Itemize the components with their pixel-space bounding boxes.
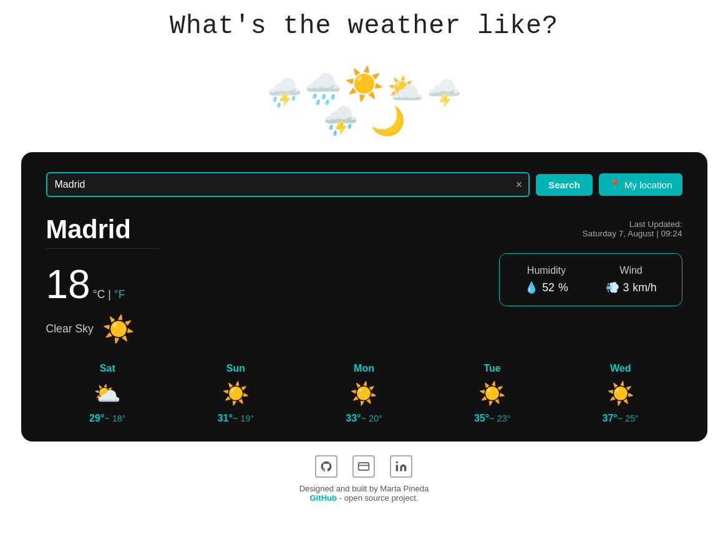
last-updated-date: Saturday 7, August | 09:24 (499, 229, 682, 238)
github-icon[interactable] (315, 455, 337, 478)
unit-sep: | (108, 288, 114, 301)
github-link[interactable]: GitHub (309, 493, 337, 503)
city-name: Madrid (46, 215, 158, 244)
day-low: 18° (112, 413, 126, 423)
forecast-row: Sat ⛅ 29°~ 18° Sun ☀️ 31°~ 19° Mon ☀️ 33… (46, 363, 682, 424)
day-icon: ☀️ (303, 380, 426, 407)
temperature-unit: °C | °F (93, 288, 125, 301)
wind-label: Wind (606, 265, 657, 276)
day-temps: 29°~ 18° (46, 413, 170, 424)
day-label: Sat (46, 363, 170, 374)
left-section: Madrid 18 °C | °F Clear Sky ☀️ (46, 215, 158, 344)
humidity-stat: Humidity 💧 52 % (525, 265, 568, 294)
search-button[interactable]: Search (536, 174, 593, 196)
main-content: Madrid 18 °C | °F Clear Sky ☀️ Last Upda… (46, 215, 682, 344)
forecast-day: Sat ⛅ 29°~ 18° (46, 363, 170, 424)
wind-value-row: 💨 3 km/h (606, 281, 657, 294)
day-low: 19° (240, 413, 254, 423)
page-title: What's the weather like? (170, 11, 558, 41)
forecast-day: Sun ☀️ 31°~ 19° (174, 363, 298, 424)
forecast-day: Tue ☀️ 35°~ 23° (430, 363, 554, 424)
pin-icon: 📍 (609, 179, 621, 190)
footer-description: Designed and built by Marta Pineda GitHu… (299, 484, 429, 503)
day-high: 31° (218, 413, 233, 423)
fahrenheit-link[interactable]: °F (114, 288, 125, 301)
weather-card: × Search 📍 My location Madrid 18 °C | °F… (21, 152, 707, 442)
city-divider (46, 248, 158, 249)
day-low: 20° (369, 413, 382, 423)
last-updated-label: Last Updated: (499, 220, 682, 229)
search-row: × Search 📍 My location (46, 172, 682, 197)
footer: Designed and built by Marta Pineda GitHu… (299, 455, 429, 515)
day-temps: 35°~ 23° (430, 413, 554, 424)
day-high: 29° (89, 413, 104, 423)
day-icon: ☀️ (174, 380, 298, 407)
clear-button[interactable]: × (513, 178, 525, 191)
wind-icon: 💨 (606, 281, 619, 294)
day-label: Sun (174, 363, 298, 374)
day-high: 35° (474, 413, 489, 423)
wind-stat: Wind 💨 3 km/h (606, 265, 657, 294)
humidity-label: Humidity (525, 265, 568, 276)
svg-point-1 (396, 461, 398, 463)
day-temps: 37°~ 25° (559, 413, 682, 424)
search-input-wrap: × (46, 172, 530, 197)
portfolio-icon[interactable] (352, 455, 375, 478)
day-low: 25° (625, 413, 639, 423)
sun-icon: ☀️ (102, 314, 135, 344)
celsius-unit: °C (93, 288, 105, 301)
humidity-unit: % (558, 281, 568, 294)
footer-desc-text: Designed and built by Marta Pineda (299, 484, 429, 493)
right-section: Last Updated: Saturday 7, August | 09:24… (499, 215, 682, 306)
svg-rect-0 (359, 463, 369, 470)
day-label: Tue (430, 363, 554, 374)
day-temps: 31°~ 19° (174, 413, 298, 424)
humidity-value-row: 💧 52 % (525, 281, 568, 294)
hero-icons-row2: ⛈️ 🌙 (323, 104, 405, 137)
wind-value: 3 (623, 281, 629, 294)
forecast-day: Wed ☀️ 37°~ 25° (559, 363, 682, 424)
day-icon: ☀️ (559, 380, 682, 407)
temperature-row: 18 °C | °F (46, 261, 158, 307)
day-low: 23° (497, 413, 511, 423)
condition-row: Clear Sky ☀️ (46, 314, 158, 344)
last-updated: Last Updated: Saturday 7, August | 09:24 (499, 220, 682, 238)
day-high: 37° (602, 413, 617, 423)
day-temps: 33°~ 20° (303, 413, 426, 424)
search-input[interactable] (46, 172, 530, 197)
my-location-button[interactable]: 📍 My location (599, 173, 682, 196)
day-high: 33° (346, 413, 361, 423)
day-icon: ⛅ (46, 380, 170, 407)
day-icon: ☀️ (430, 380, 554, 407)
footer-suffix: - open source project. (337, 493, 418, 503)
temperature-value: 18 (46, 261, 90, 307)
day-label: Mon (303, 363, 426, 374)
forecast-day: Mon ☀️ 33°~ 20° (303, 363, 426, 424)
stats-box: Humidity 💧 52 % Wind 💨 3 km/h (499, 253, 682, 306)
humidity-value: 52 (542, 281, 555, 294)
humidity-icon: 💧 (525, 281, 538, 294)
footer-icons (315, 455, 412, 478)
day-label: Wed (559, 363, 682, 374)
linkedin-icon[interactable] (390, 455, 412, 478)
location-label: My location (624, 180, 672, 190)
wind-unit: km/h (633, 281, 656, 294)
condition-label: Clear Sky (46, 322, 94, 336)
